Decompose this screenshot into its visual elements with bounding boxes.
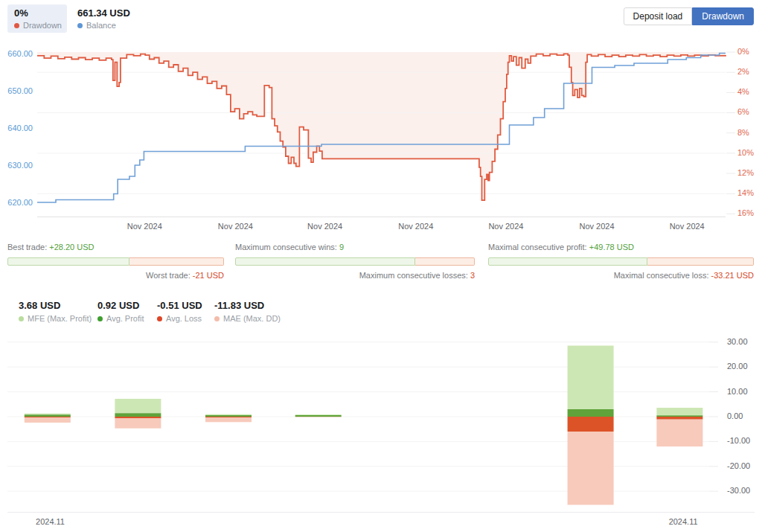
- bar-profit-segment: [205, 415, 252, 417]
- mfe-label: MFE (Max. Profit): [28, 314, 92, 323]
- avg-loss-stat: -0.51 USD Avg. Loss: [157, 300, 202, 323]
- drawdown-area: [37, 52, 726, 200]
- mae-label: MAE (Max. DD): [223, 314, 281, 323]
- worst-trade-label: Worst trade: -21 USD: [7, 271, 224, 280]
- main-chart: 660.00650.00640.00630.00620.000%2%4%6%8%…: [7, 47, 754, 231]
- svg-text:Nov 2024: Nov 2024: [579, 222, 614, 231]
- avg-loss-value: -0.51 USD: [157, 300, 202, 311]
- bar-mae-segment: [25, 417, 71, 423]
- consecutive-loss-value: -33.21 USD: [711, 271, 754, 280]
- bar-loss-segment: [25, 417, 71, 417]
- consecutive-wins-label: Maximum consecutive wins: 9: [235, 243, 475, 253]
- svg-text:Nov 2024: Nov 2024: [307, 222, 342, 231]
- bar-loss-segment: [568, 417, 614, 432]
- avg-profit-dot-icon: [97, 316, 103, 321]
- consecutive-wins-value: 9: [339, 243, 344, 251]
- consecutive-loss-label: Maximal consecutive loss: -33.21 USD: [488, 271, 754, 280]
- mfe-value: 3.68 USD: [19, 300, 92, 311]
- consecutive-wins-gauge: Maximum consecutive wins: 9 Maximum cons…: [235, 243, 475, 280]
- bar-mae-segment: [295, 417, 342, 417]
- svg-text:660.00: 660.00: [7, 49, 33, 58]
- drawdown-button[interactable]: Drawdown: [692, 7, 754, 25]
- bar-profit-segment: [656, 415, 702, 417]
- histogram-bar: [295, 414, 342, 417]
- svg-text:10%: 10%: [737, 148, 754, 157]
- bar-mae-segment: [205, 417, 252, 422]
- svg-text:30.00: 30.00: [727, 337, 748, 346]
- drawdown-legend-dot-icon: [14, 23, 19, 28]
- balance-value: 661.34 USD: [77, 8, 130, 19]
- balance-legend-dot-icon: [77, 23, 83, 28]
- svg-text:-30.00: -30.00: [727, 486, 750, 495]
- histogram-bar: [115, 399, 161, 429]
- svg-text:6%: 6%: [737, 107, 749, 116]
- svg-text:14%: 14%: [737, 188, 754, 197]
- bar-mfe-segment: [115, 399, 161, 413]
- bar-mfe-segment: [568, 346, 614, 410]
- svg-text:650.00: 650.00: [7, 86, 33, 95]
- drawdown-legend-label: Drawdown: [23, 21, 62, 30]
- gauge-red-segment: [129, 257, 224, 266]
- svg-text:8%: 8%: [737, 128, 749, 137]
- svg-text:2024.11: 2024.11: [669, 517, 698, 526]
- mfe-stat: 3.68 USD MFE (Max. Profit): [19, 300, 92, 323]
- drawdown-percent-value: 0%: [14, 8, 67, 19]
- svg-text:620.00: 620.00: [7, 198, 33, 207]
- svg-text:2%: 2%: [737, 67, 749, 76]
- svg-text:16%: 16%: [737, 208, 754, 217]
- avg-profit-label: Avg. Profit: [106, 314, 144, 323]
- svg-text:-10.00: -10.00: [727, 436, 750, 445]
- svg-text:Nov 2024: Nov 2024: [398, 222, 433, 231]
- best-trade-value: +28.20 USD: [49, 243, 94, 251]
- bar-mfe-segment: [295, 414, 342, 415]
- deposit-load-button[interactable]: Deposit load: [624, 7, 693, 25]
- balance-summary-card[interactable]: 661.34 USD Balance: [77, 8, 130, 30]
- svg-text:2024.11: 2024.11: [36, 517, 65, 526]
- main-right-axis: 0%2%4%6%8%10%12%14%16%: [726, 47, 754, 217]
- backtest-report-page: { "header": { "drawdown_pct": "0%", "dra…: [0, 0, 762, 532]
- mfe-dot-icon: [19, 316, 24, 321]
- bar-profit-segment: [295, 415, 342, 417]
- balance-line: [37, 54, 726, 203]
- bar-mfe-segment: [25, 414, 71, 415]
- svg-text:10.00: 10.00: [727, 387, 748, 396]
- drawdown-line: [37, 54, 726, 200]
- gauge-green-segment: [488, 257, 647, 266]
- consecutive-profit-label: Maximal consecutive profit: +49.78 USD: [488, 243, 754, 253]
- svg-text:Nov 2024: Nov 2024: [127, 222, 162, 231]
- svg-text:630.00: 630.00: [7, 161, 33, 170]
- svg-text:Nov 2024: Nov 2024: [670, 222, 705, 231]
- chart-mode-switch: Deposit load Drawdown: [624, 7, 754, 25]
- bar-mae-segment: [115, 418, 161, 428]
- drawdown-summary-card[interactable]: 0% Drawdown: [7, 4, 67, 33]
- bar-mfe-segment: [656, 408, 702, 415]
- bar-loss-segment: [205, 417, 252, 417]
- mae-value: -11.83 USD: [214, 300, 281, 311]
- svg-text:Nov 2024: Nov 2024: [218, 222, 253, 231]
- histogram-bar: [205, 414, 252, 423]
- bar-profit-segment: [568, 409, 614, 417]
- svg-text:0.00: 0.00: [727, 411, 743, 420]
- best-trade-gauge: Best trade: +28.20 USD Worst trade: -21 …: [7, 243, 224, 280]
- bar-mae-segment: [656, 420, 702, 446]
- bar-profit-segment: [115, 413, 161, 417]
- svg-text:Nov 2024: Nov 2024: [488, 222, 523, 231]
- avg-loss-label: Avg. Loss: [166, 314, 202, 323]
- histogram-bar: [25, 414, 71, 423]
- main-x-axis-labels: Nov 2024Nov 2024Nov 2024Nov 2024Nov 2024…: [127, 222, 705, 231]
- consecutive-losses-label: Maximum consecutive losses: 3: [235, 271, 475, 280]
- main-left-axis: 660.00650.00640.00630.00620.00: [7, 49, 33, 207]
- consecutive-losses-value: 3: [470, 271, 475, 280]
- best-trade-label: Best trade: +28.20 USD: [7, 243, 224, 253]
- histogram-bar: [568, 346, 614, 505]
- balance-legend-label: Balance: [86, 21, 116, 30]
- bottom-x-axis-labels: 2024.112024.11: [36, 517, 698, 526]
- gauge-green-segment: [7, 257, 129, 266]
- svg-text:0%: 0%: [737, 47, 749, 56]
- best-worst-gauge-bar: [7, 257, 224, 266]
- mae-stat: -11.83 USD MAE (Max. DD): [214, 300, 281, 323]
- consecutive-profit-gauge: Maximal consecutive profit: +49.78 USD M…: [488, 243, 754, 280]
- bottom-grid: 30.0020.0010.000.00-10.00-20.00-30.00: [7, 337, 750, 495]
- svg-text:640.00: 640.00: [7, 124, 33, 132]
- bar-mfe-segment: [205, 414, 252, 415]
